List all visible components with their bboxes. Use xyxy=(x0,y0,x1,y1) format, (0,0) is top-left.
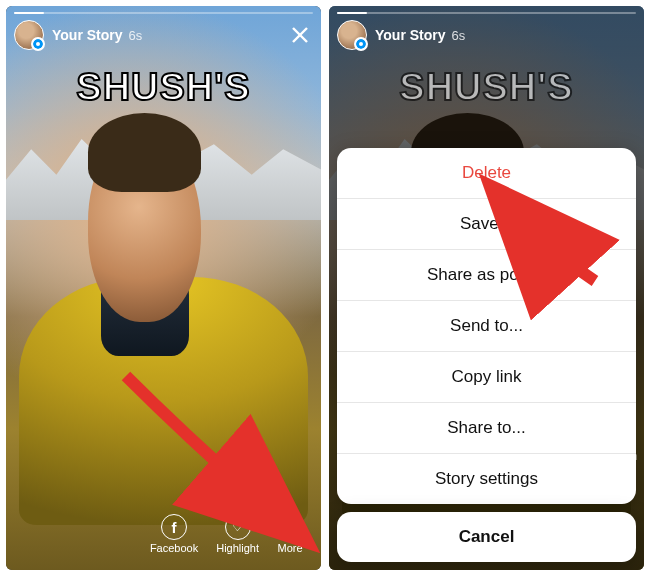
facebook-icon: f xyxy=(161,514,187,540)
cancel-button[interactable]: Cancel xyxy=(337,512,636,562)
action-sheet-options: Delete Save... Share as post... Send to.… xyxy=(337,148,636,504)
delete-option[interactable]: Delete xyxy=(337,148,636,198)
story-title: Your Story xyxy=(52,27,123,43)
action-label: Facebook xyxy=(150,542,198,554)
story-bottom-actions: f Facebook ♡ Highlight More xyxy=(6,504,321,570)
story-viewer-left: Your Story 6s SHUSH'S f Facebook ♡ Highl… xyxy=(6,6,321,570)
story-time: 6s xyxy=(452,28,466,43)
story-time: 6s xyxy=(129,28,143,43)
story-topbar: Your Story 6s xyxy=(14,20,313,50)
save-option[interactable]: Save... xyxy=(337,198,636,249)
more-icon xyxy=(277,514,303,540)
action-label: Highlight xyxy=(216,542,259,554)
close-button[interactable] xyxy=(287,22,313,48)
story-viewer-right: Your Story 6s SHUSH'S f Facebook ♡ Highl… xyxy=(329,6,644,570)
action-sheet: Delete Save... Share as post... Send to.… xyxy=(337,148,636,562)
close-icon xyxy=(291,26,309,44)
story-caption: SHUSH'S xyxy=(6,66,321,109)
send-to-option[interactable]: Send to... xyxy=(337,300,636,351)
copy-link-option[interactable]: Copy link xyxy=(337,351,636,402)
story-progress xyxy=(14,12,313,14)
story-caption: SHUSH'S xyxy=(329,66,644,109)
story-topbar: Your Story 6s xyxy=(337,20,636,50)
share-to-option[interactable]: Share to... xyxy=(337,402,636,453)
story-progress xyxy=(337,12,636,14)
avatar[interactable] xyxy=(337,20,367,50)
facebook-button[interactable]: f Facebook xyxy=(150,514,198,554)
avatar[interactable] xyxy=(14,20,44,50)
action-sheet-cancel: Cancel xyxy=(337,512,636,562)
more-button[interactable]: More xyxy=(277,514,303,554)
share-as-post-option[interactable]: Share as post... xyxy=(337,249,636,300)
highlight-button[interactable]: ♡ Highlight xyxy=(216,514,259,554)
story-title: Your Story xyxy=(375,27,446,43)
story-settings-option[interactable]: Story settings xyxy=(337,453,636,504)
action-label: More xyxy=(277,542,302,554)
highlight-icon: ♡ xyxy=(225,514,251,540)
